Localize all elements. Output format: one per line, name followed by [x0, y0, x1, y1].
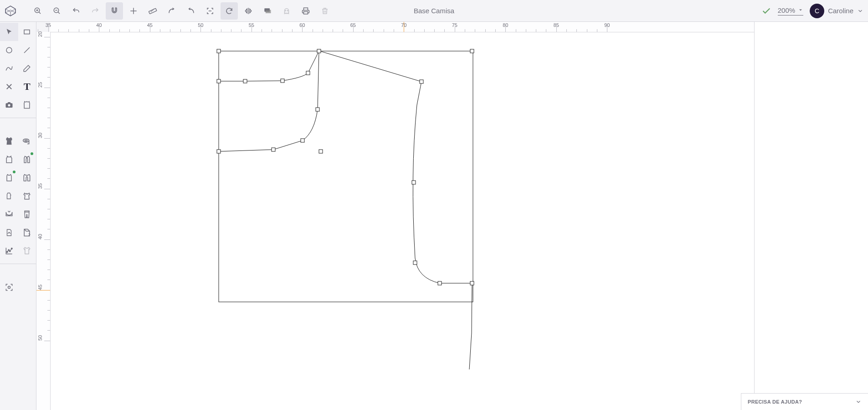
drawing-canvas[interactable] — [50, 32, 754, 410]
snap-button[interactable] — [106, 2, 123, 20]
help-bar[interactable]: PRECISA DE AJUDA? — [741, 393, 868, 410]
anchor-point[interactable] — [412, 181, 416, 184]
side-toolbar: T — [0, 22, 36, 410]
user-menu[interactable]: C Caroline — [810, 4, 863, 18]
tape-tool[interactable] — [18, 132, 36, 151]
svg-point-11 — [23, 139, 29, 142]
vertical-ruler[interactable]: 20253035404550 — [36, 32, 51, 410]
chevron-down-icon — [798, 7, 803, 13]
curve-tool[interactable] — [0, 59, 18, 78]
anchor-point[interactable] — [470, 281, 474, 285]
graph-tool[interactable] — [0, 242, 18, 260]
collar-tool[interactable] — [18, 187, 36, 205]
rectangle-tool[interactable] — [18, 23, 36, 41]
curve-right-button[interactable] — [182, 2, 200, 20]
confirm-icon[interactable] — [761, 6, 771, 16]
undo-button[interactable] — [67, 2, 85, 20]
ruler-marker[interactable] — [404, 22, 404, 32]
svg-point-13 — [6, 251, 8, 253]
anchor-point[interactable] — [438, 281, 442, 285]
top-tool[interactable] — [0, 169, 18, 187]
svg-rect-8 — [24, 30, 30, 34]
pattern-path[interactable] — [469, 284, 472, 369]
rotate-button[interactable] — [221, 2, 238, 20]
properties-panel — [754, 22, 868, 410]
measure-button[interactable] — [144, 2, 161, 20]
app-logo[interactable] — [5, 5, 16, 17]
document-tool[interactable] — [0, 223, 18, 242]
anchor-point[interactable] — [217, 49, 221, 53]
zoom-in-button[interactable] — [29, 2, 46, 20]
text-tool[interactable]: T — [18, 78, 36, 96]
chevron-down-icon — [857, 8, 863, 14]
svg-point-16 — [11, 248, 12, 249]
vest-tool[interactable] — [18, 151, 36, 169]
jacket-tool[interactable] — [18, 169, 36, 187]
anchor-point[interactable] — [243, 79, 247, 83]
circle-tool[interactable] — [0, 41, 18, 59]
svg-point-7 — [288, 10, 288, 11]
canvas-area[interactable]: 354045505560657075808590 20253035404550 — [36, 22, 754, 410]
layers-button[interactable] — [259, 2, 276, 20]
export-tool[interactable] — [18, 223, 36, 242]
svg-rect-5 — [266, 10, 271, 13]
line-tool[interactable] — [18, 41, 36, 59]
pattern-piece-tool[interactable] — [18, 96, 36, 114]
bodice-tool[interactable] — [0, 132, 18, 151]
delete-button[interactable] — [316, 2, 334, 20]
avatar: C — [810, 4, 824, 18]
svg-point-6 — [285, 10, 286, 11]
ghost-button[interactable] — [278, 2, 295, 20]
anchor-point[interactable] — [319, 150, 323, 153]
ruler-marker[interactable] — [36, 290, 50, 291]
select-tool[interactable] — [0, 23, 18, 41]
redo-button[interactable] — [87, 2, 104, 20]
anchor-point[interactable] — [281, 79, 284, 83]
anchor-point[interactable] — [272, 148, 275, 151]
focus-tool[interactable] — [0, 278, 18, 296]
anchor-point[interactable] — [317, 49, 321, 53]
pattern-path[interactable] — [413, 82, 472, 283]
help-label: PRECISA DE AJUDA? — [748, 399, 802, 405]
anchor-point[interactable] — [306, 71, 310, 75]
tank-tool[interactable] — [0, 151, 18, 169]
zoom-value: 200% — [778, 6, 795, 14]
svg-point-17 — [8, 286, 10, 289]
horizontal-ruler[interactable]: 354045505560657075808590 — [50, 22, 754, 32]
anchor-point[interactable] — [217, 150, 221, 153]
zoom-out-button[interactable] — [48, 2, 66, 20]
svg-point-14 — [8, 249, 10, 251]
pencil-tool[interactable] — [18, 59, 36, 78]
chevron-down-icon — [855, 399, 862, 405]
pants-tool[interactable] — [18, 205, 36, 223]
svg-point-10 — [8, 104, 10, 106]
document-title[interactable]: Base Camisa — [414, 7, 454, 15]
svg-rect-3 — [149, 8, 157, 14]
user-name: Caroline — [828, 7, 853, 15]
anchor-point[interactable] — [301, 139, 304, 142]
svg-point-9 — [6, 47, 12, 53]
pattern-path[interactable] — [320, 51, 421, 82]
svg-point-12 — [25, 140, 28, 141]
anchor-point[interactable] — [217, 79, 221, 83]
close-tool[interactable] — [0, 78, 18, 96]
anchor-point[interactable] — [470, 49, 474, 53]
print-button[interactable] — [297, 2, 314, 20]
curve-left-button[interactable] — [163, 2, 180, 20]
shirt-tool[interactable] — [18, 242, 36, 260]
anchor-point[interactable] — [420, 80, 423, 83]
anchor-point[interactable] — [316, 108, 319, 111]
svg-point-15 — [9, 251, 10, 252]
anchor-point[interactable] — [413, 261, 417, 265]
zoom-select[interactable]: 200% — [778, 6, 803, 16]
bra-tool[interactable] — [0, 205, 18, 223]
pattern-bounds[interactable] — [219, 51, 473, 302]
pattern-path[interactable] — [219, 51, 319, 81]
pattern-path[interactable] — [219, 51, 319, 151]
crosshair-button[interactable] — [125, 2, 142, 20]
camera-tool[interactable] — [0, 96, 18, 114]
top-toolbar: Base Camisa 200% C Caroline — [0, 0, 868, 22]
sleeve-tool[interactable] — [0, 187, 18, 205]
bounds-button[interactable] — [201, 2, 219, 20]
mirror-button[interactable] — [240, 2, 257, 20]
